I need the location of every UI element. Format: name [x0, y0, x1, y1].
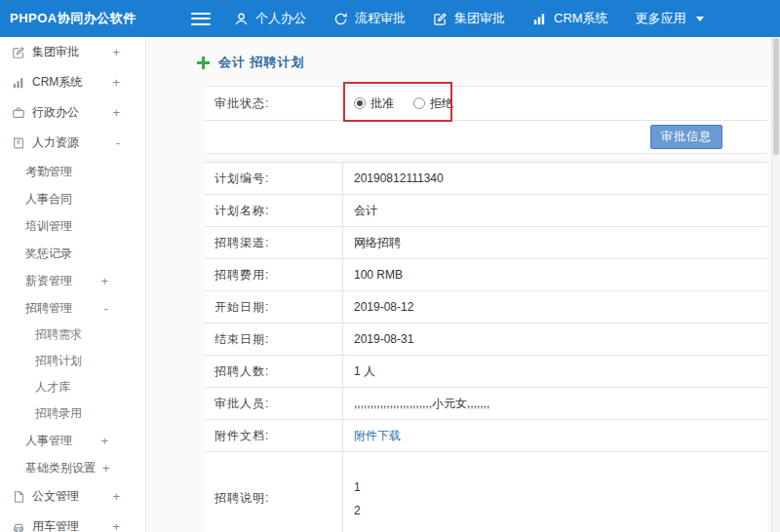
- sidebar-label: 培训管理: [25, 218, 72, 235]
- form-label: 计划名称:: [205, 195, 343, 226]
- expand-icon[interactable]: +: [112, 45, 120, 59]
- edit-icon: [433, 12, 448, 26]
- expand-icon[interactable]: +: [112, 75, 120, 90]
- nav-label: CRM系统: [554, 10, 608, 27]
- page-title: 会计 招聘计划: [197, 54, 305, 71]
- nav-crm[interactable]: CRM系统: [532, 10, 608, 27]
- radio-approve-label: 批准: [370, 95, 394, 112]
- sidebar-item-hr[interactable]: 人力资源 -: [0, 128, 145, 158]
- sidebar-item-recruitment-mgmt[interactable]: 招聘管理 -: [0, 294, 145, 322]
- sidebar-item-group-approval[interactable]: 集团审批 +: [0, 37, 145, 67]
- form-row-cost: 招聘费用: 100 RMB: [205, 259, 767, 291]
- expand-icon[interactable]: +: [112, 489, 120, 504]
- sidebar-label: 招聘录用: [35, 405, 82, 422]
- chart-icon: [532, 12, 547, 26]
- form-area: 审批状态: 批准 拒绝 审批信息: [205, 86, 767, 532]
- sidebar-item-recruitment-hire[interactable]: 招聘录用: [0, 400, 145, 427]
- sidebar-item-salary[interactable]: 薪资管理 +: [0, 267, 145, 294]
- document-icon: [12, 490, 25, 504]
- chart-icon: [12, 76, 25, 90]
- sidebar-label: CRM系统: [32, 74, 82, 91]
- sidebar-item-document-mgmt[interactable]: 公文管理 +: [0, 481, 145, 512]
- form-row-plan-number: 计划编号: 20190812111340: [205, 163, 767, 195]
- sidebar-label: 人力资源: [32, 134, 79, 151]
- sidebar-item-hr-contract[interactable]: 人事合同: [0, 185, 145, 212]
- briefcase-icon: [12, 106, 25, 120]
- edit-icon: [12, 46, 25, 59]
- hamburger-menu-icon[interactable]: [191, 13, 211, 25]
- sidebar-item-personnel-mgmt[interactable]: 人事管理 +: [0, 427, 145, 454]
- nav-group-approval[interactable]: 集团审批: [433, 10, 505, 27]
- expand-icon[interactable]: +: [112, 105, 120, 120]
- vertical-scrollbar[interactable]: [771, 37, 780, 532]
- radio-approve-icon[interactable]: [354, 97, 366, 109]
- detail-table: 计划编号: 20190812111340 计划名称: 会计 招聘渠道: 网络招聘…: [205, 162, 767, 532]
- form-label: 招聘说明:: [205, 452, 343, 532]
- nav-more-apps[interactable]: 更多应用: [636, 10, 704, 27]
- nav-label: 更多应用: [636, 10, 686, 27]
- scrollbar-thumb[interactable]: [773, 38, 779, 155]
- form-row-approvers: 审批人员: ,,,,,,,,,,,,,,,,,,,,,,,,小元女,,,,,,,: [205, 388, 767, 420]
- expand-icon[interactable]: +: [100, 274, 108, 288]
- caret-down-icon: [696, 17, 704, 21]
- sidebar-item-base-category[interactable]: 基础类别设置 +: [0, 454, 145, 481]
- expand-icon[interactable]: +: [112, 519, 120, 532]
- form-value: 会计: [343, 195, 767, 226]
- approval-radio-group: 批准 拒绝: [354, 95, 453, 112]
- form-row-plan-name: 计划名称: 会计: [205, 195, 767, 227]
- sidebar-item-crm[interactable]: CRM系统 +: [0, 67, 145, 97]
- sidebar-item-vehicle-mgmt[interactable]: 用车管理 +: [0, 512, 145, 532]
- expand-icon[interactable]: +: [102, 461, 110, 475]
- sidebar-item-training[interactable]: 培训管理: [0, 212, 145, 240]
- sidebar-label: 人事管理: [25, 433, 72, 449]
- sidebar-item-attendance[interactable]: 考勤管理: [0, 158, 145, 185]
- sidebar-item-talent-pool[interactable]: 人才库: [0, 374, 145, 400]
- collapse-icon[interactable]: -: [116, 135, 120, 150]
- radio-reject[interactable]: 拒绝: [413, 95, 453, 112]
- form-label: 审批人员:: [205, 388, 343, 419]
- sidebar-item-rewards[interactable]: 奖惩记录: [0, 240, 145, 267]
- form-row-headcount: 招聘人数: 1 人: [205, 356, 767, 388]
- table-gap: [205, 154, 767, 162]
- form-value: 20190812111340: [343, 163, 767, 194]
- sidebar-label: 薪资管理: [25, 273, 72, 289]
- sidebar-label: 奖惩记录: [25, 246, 72, 262]
- attachment-download-link[interactable]: 附件下载: [354, 428, 401, 444]
- sidebar-item-admin-office[interactable]: 行政办公 +: [0, 97, 145, 128]
- form-label: 招聘人数:: [205, 356, 343, 387]
- page-title-text: 会计 招聘计划: [218, 54, 305, 71]
- sidebar-item-recruitment-demand[interactable]: 招聘需求: [0, 322, 145, 348]
- sidebar-label: 集团审批: [32, 44, 79, 60]
- form-label: 招聘费用:: [205, 259, 343, 290]
- collapse-icon[interactable]: -: [104, 301, 108, 316]
- form-value: 网络招聘: [343, 227, 767, 258]
- sidebar-label: 基础类别设置: [25, 460, 96, 476]
- approval-info-button[interactable]: 审批信息: [650, 125, 722, 149]
- sidebar: 集团审批 + CRM系统 + 行政办公 + 人力资源 - 考勤管理 人事合同 培…: [0, 37, 146, 532]
- radio-reject-label: 拒绝: [430, 95, 453, 112]
- sidebar-label: 用车管理: [32, 518, 79, 532]
- nav-personal-office[interactable]: 个人办公: [234, 10, 306, 27]
- form-value: 1 2: [343, 452, 767, 532]
- sidebar-item-recruitment-plan[interactable]: 招聘计划: [0, 348, 145, 374]
- expand-icon[interactable]: +: [100, 434, 108, 448]
- car-icon: [12, 520, 25, 532]
- radio-reject-icon[interactable]: [413, 97, 425, 109]
- top-bar: PHPOA协同办公软件 个人办公 流程审批 集团审批 CRM系统: [0, 0, 780, 37]
- radio-approve[interactable]: 批准: [354, 95, 394, 112]
- nav-process-approval[interactable]: 流程审批: [333, 10, 406, 27]
- form-row-start-date: 开始日期: 2019-08-12: [205, 291, 767, 323]
- sidebar-label: 公文管理: [32, 488, 79, 505]
- sidebar-label: 招聘管理: [25, 300, 72, 317]
- main-content: 会计 招聘计划 审批状态: 批准 拒绝: [147, 37, 771, 532]
- app-logo[interactable]: PHPOA协同办公软件: [0, 10, 191, 27]
- form-value: 2019-08-31: [343, 323, 767, 355]
- approval-button-row: 审批信息: [205, 121, 767, 154]
- nav-label: 流程审批: [355, 10, 406, 27]
- sidebar-label: 招聘需求: [35, 326, 82, 343]
- approval-status-row: 审批状态: 批准 拒绝: [205, 87, 767, 121]
- form-label: 附件文档:: [205, 420, 343, 451]
- sidebar-label: 人才库: [35, 379, 70, 396]
- top-nav: 个人办公 流程审批 集团审批 CRM系统 更多应用: [234, 10, 704, 27]
- add-plus-icon: [197, 57, 210, 69]
